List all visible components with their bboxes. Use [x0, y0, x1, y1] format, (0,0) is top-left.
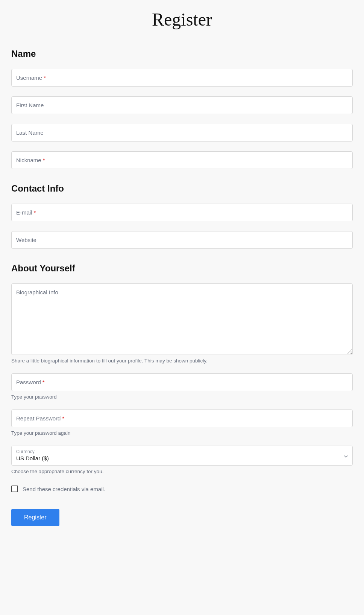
send-credentials-label: Send these credentials via email. [23, 486, 105, 492]
repeat-password-label: Repeat Password [16, 415, 61, 422]
register-form: Name Username * First Name Last Name Nic… [0, 49, 364, 554]
currency-select[interactable]: Currency US Dollar ($) [11, 446, 353, 466]
page-title: Register [0, 0, 364, 34]
divider [11, 543, 353, 543]
currency-small-label: Currency [16, 449, 348, 454]
email-label: E-mail [16, 209, 32, 216]
currency-help: Choose the appropriate currency for you. [11, 469, 353, 474]
bio-field[interactable]: Biographical Info [11, 283, 353, 355]
section-about-heading: About Yourself [11, 263, 353, 274]
first-name-field[interactable]: First Name [11, 96, 353, 114]
username-label: Username [16, 75, 42, 81]
section-contact-heading: Contact Info [11, 183, 353, 194]
currency-value: US Dollar ($) [16, 455, 348, 461]
email-field[interactable]: E-mail * [11, 204, 353, 221]
bio-help: Share a little biographical information … [11, 358, 353, 364]
resize-handle-icon [347, 349, 352, 354]
register-button[interactable]: Register [11, 509, 59, 526]
required-star: * [34, 209, 36, 216]
username-field[interactable]: Username * [11, 69, 353, 87]
section-name-heading: Name [11, 49, 353, 59]
nickname-field[interactable]: Nickname * [11, 151, 353, 169]
website-field[interactable]: Website [11, 231, 353, 249]
password-label: Password [16, 379, 41, 385]
nickname-label: Nickname [16, 157, 41, 163]
required-star: * [44, 75, 46, 81]
required-star: * [43, 157, 45, 163]
required-star: * [42, 379, 45, 385]
first-name-label: First Name [16, 102, 44, 108]
chevron-down-icon [344, 452, 348, 459]
password-field[interactable]: Password * [11, 373, 353, 391]
repeat-password-field[interactable]: Repeat Password * [11, 409, 353, 427]
website-label: Website [16, 237, 36, 243]
send-credentials-checkbox[interactable] [11, 486, 18, 492]
required-star: * [62, 415, 64, 422]
password-help: Type your password [11, 394, 353, 400]
bio-label: Biographical Info [16, 289, 58, 295]
repeat-password-help: Type your password again [11, 430, 353, 436]
last-name-label: Last Name [16, 129, 44, 136]
last-name-field[interactable]: Last Name [11, 124, 353, 142]
